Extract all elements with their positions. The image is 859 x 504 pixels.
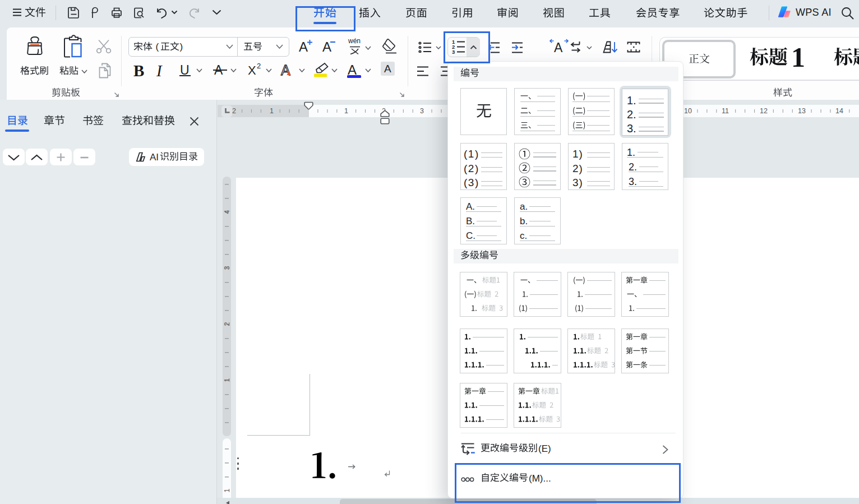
svg-text:A: A (281, 62, 290, 78)
